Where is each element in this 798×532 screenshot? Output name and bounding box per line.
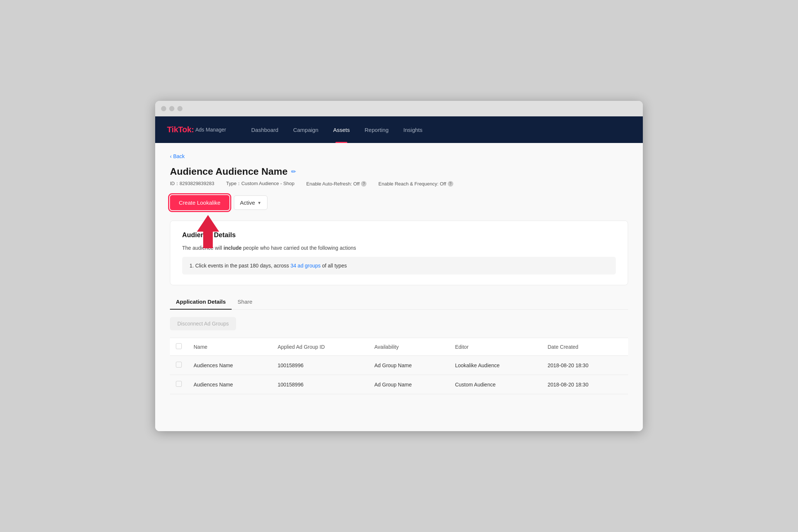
header-availability: Availability [368, 338, 449, 356]
back-chevron-icon: ‹ [170, 153, 172, 159]
row-name-2: Audiences Name [188, 375, 272, 394]
nav-item-campaign[interactable]: Campaign [286, 116, 325, 143]
audience-details-card: Audience Details The audience will inclu… [170, 221, 628, 285]
meta-row: ID：8293829839283 Type：Custom Audience - … [170, 180, 628, 187]
row-checkbox-cell-2 [170, 375, 188, 394]
ad-groups-table: Name Applied Ad Group ID Availability Ed… [170, 338, 628, 394]
row-checkbox-cell-1 [170, 356, 188, 375]
audience-id: ID：8293829839283 [170, 180, 214, 187]
tabs-row: Application Details Share [170, 294, 628, 310]
audience-description: The audience will include people who hav… [182, 245, 616, 251]
table-row: Audiences Name 100158996 Ad Group Name L… [170, 356, 628, 375]
row-date-created-2: 2018-08-20 18:30 [542, 375, 628, 394]
navigation-bar: TikTok: Ads Manager Dashboard Campaign A… [155, 116, 643, 143]
table-header: Name Applied Ad Group ID Availability Ed… [170, 338, 628, 356]
logo-ads-manager: Ads Manager [195, 127, 226, 133]
create-lookalike-button[interactable]: Create Lookalike [170, 195, 229, 210]
page-content: ‹ Back Audience Audience Name ✏ ID：82938… [155, 143, 643, 431]
row-availability-1: Ad Group Name [368, 356, 449, 375]
nav-item-dashboard[interactable]: Dashboard [244, 116, 286, 143]
chevron-down-icon: ▼ [257, 201, 261, 205]
tab-share[interactable]: Share [232, 294, 258, 309]
browser-window: TikTok: Ads Manager Dashboard Campaign A… [155, 101, 643, 431]
active-status-button[interactable]: Active ▼ [234, 195, 268, 210]
table-row: Audiences Name 100158996 Ad Group Name C… [170, 375, 628, 394]
row-date-created-1: 2018-08-20 18:30 [542, 356, 628, 375]
traffic-light-maximize[interactable] [177, 106, 183, 111]
row-ad-group-id-1: 100158996 [272, 356, 368, 375]
ad-groups-link[interactable]: 34 ad groups [290, 263, 321, 269]
actions-row: Create Lookalike Active ▼ [170, 195, 628, 210]
logo-tiktok: TikTok: [167, 125, 194, 134]
nav-items: Dashboard Campaign Assets Reporting Insi… [244, 116, 430, 143]
row-name-1: Audiences Name [188, 356, 272, 375]
page-title: Audience Audience Name [170, 166, 287, 177]
select-all-checkbox[interactable] [176, 343, 182, 349]
disconnect-ad-groups-button[interactable]: Disconnect Ad Groups [170, 317, 236, 330]
header-date-created: Date Created [542, 338, 628, 356]
up-arrow-svg [195, 215, 221, 248]
nav-item-assets[interactable]: Assets [326, 116, 357, 143]
edit-icon[interactable]: ✏ [291, 168, 296, 175]
row-checkbox-1[interactable] [176, 362, 182, 368]
row-editor-2: Custom Audience [449, 375, 542, 394]
browser-chrome [155, 101, 643, 116]
reach-frequency-help-icon[interactable]: ? [448, 181, 453, 187]
table-body: Audiences Name 100158996 Ad Group Name L… [170, 356, 628, 394]
nav-item-reporting[interactable]: Reporting [357, 116, 396, 143]
header-ad-group-id: Applied Ad Group ID [272, 338, 368, 356]
audience-type: Type：Custom Audience - Shop [226, 180, 294, 187]
row-availability-2: Ad Group Name [368, 375, 449, 394]
header-checkbox-cell [170, 338, 188, 356]
svg-marker-0 [197, 215, 219, 248]
row-editor-1: Lookalike Audience [449, 356, 542, 375]
row-checkbox-2[interactable] [176, 381, 182, 387]
back-link[interactable]: ‹ Back [170, 153, 628, 159]
auto-refresh-status: Enable Auto-Refresh: Off ? [306, 181, 366, 187]
auto-refresh-help-icon[interactable]: ? [361, 181, 366, 187]
traffic-light-minimize[interactable] [169, 106, 174, 111]
traffic-light-close[interactable] [161, 106, 166, 111]
header-name: Name [188, 338, 272, 356]
logo-area: TikTok: Ads Manager [167, 125, 226, 134]
audience-details-title: Audience Details [182, 231, 616, 239]
row-ad-group-id-2: 100158996 [272, 375, 368, 394]
reach-frequency-status: Enable Reach & Frequency: Off ? [378, 181, 453, 187]
audience-rule: 1. Click events in the past 180 days, ac… [182, 257, 616, 274]
header-editor: Editor [449, 338, 542, 356]
page-title-row: Audience Audience Name ✏ [170, 166, 628, 177]
tab-application-details[interactable]: Application Details [170, 294, 232, 309]
details-tabs-section: Application Details Share Disconnect Ad … [170, 294, 628, 394]
nav-item-insights[interactable]: Insights [396, 116, 430, 143]
